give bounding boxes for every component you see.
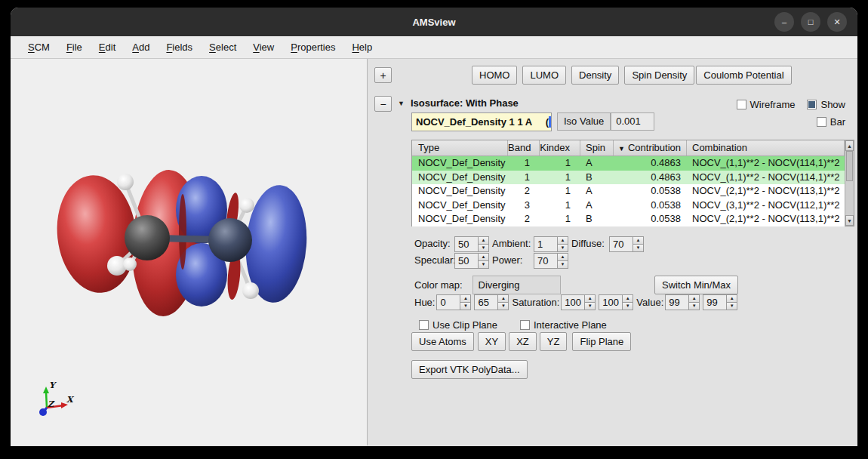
maximize-icon[interactable]: □	[801, 12, 820, 32]
clip-button-use-atoms[interactable]: Use Atoms	[411, 332, 474, 351]
remove-isosurface-button[interactable]: −	[374, 96, 392, 112]
table-row[interactable]: NOCV_Def_Density21B0.0538NOCV_(2,1)**2 -…	[412, 212, 845, 226]
clip-button-flip-plane[interactable]: Flip Plane	[572, 332, 631, 351]
spinbox[interactable]: 50▲▼	[454, 253, 489, 269]
clip-button-xz[interactable]: XZ	[509, 332, 537, 351]
bar-label: Bar	[830, 116, 845, 128]
spin-down-icon[interactable]: ▼	[623, 303, 633, 310]
spinbox[interactable]: 99▲▼	[703, 294, 737, 310]
clip-button-yz[interactable]: YZ	[540, 332, 568, 351]
scroll-down-icon[interactable]: ▼	[845, 215, 854, 226]
spin-down-icon[interactable]: ▼	[585, 303, 595, 310]
isovalue-label: Iso Value	[557, 112, 611, 131]
spinbox[interactable]: 0▲▼	[436, 294, 471, 310]
spin-down-icon[interactable]: ▼	[727, 303, 737, 310]
app-window: AMSview – □ ✕ SCMFileEditAddFieldsSelect…	[11, 8, 857, 446]
table-row[interactable]: NOCV_Def_Density11A0.4863NOCV_(1,1)**2 -…	[412, 156, 845, 171]
axis-y-label: Y	[49, 380, 57, 390]
spinbox[interactable]: 100▲▼	[561, 294, 596, 310]
spin-down-icon[interactable]: ▼	[633, 245, 643, 251]
spinbox[interactable]: 50▲▼	[454, 236, 489, 252]
spin-down-icon[interactable]: ▼	[558, 261, 568, 268]
bar-checkbox[interactable]	[817, 117, 826, 127]
menu-select[interactable]: Select	[202, 39, 243, 55]
spin-up-icon[interactable]: ▲	[498, 295, 508, 303]
table-row[interactable]: NOCV_Def_Density21A0.0538NOCV_(2,1)**2 -…	[412, 184, 845, 199]
shading-control: Specular:	[414, 254, 456, 266]
isosurface-section-title: Isosurface: With Phase	[411, 97, 519, 109]
isovalue-input[interactable]: 0.001	[611, 112, 654, 131]
collapse-arrow-icon[interactable]: ▼	[398, 100, 405, 107]
spin-up-icon[interactable]: ▲	[460, 295, 470, 303]
column-header-type[interactable]: Type	[412, 140, 508, 156]
menu-file[interactable]: File	[60, 39, 89, 55]
hsv-row: Hue:0▲▼65▲▼Saturation:100▲▼100▲▼Value:99…	[414, 294, 740, 310]
hsv-label: Saturation:	[512, 297, 559, 308]
field-combobox[interactable]: NOCV_Def_Density 1 1 A (	[411, 112, 552, 131]
menu-scm[interactable]: SCM	[21, 39, 57, 55]
field-button-lumo[interactable]: LUMO	[522, 66, 566, 85]
spin-up-icon[interactable]: ▲	[585, 295, 595, 303]
close-icon[interactable]: ✕	[827, 12, 847, 32]
use-clip-plane-checkbox[interactable]	[419, 320, 429, 330]
column-header-combination[interactable]: Combination	[687, 140, 845, 156]
spin-down-icon[interactable]: ▼	[498, 303, 508, 310]
spin-up-icon[interactable]: ▲	[479, 237, 488, 245]
spin-up-icon[interactable]: ▲	[558, 237, 568, 245]
show-checkbox[interactable]	[807, 100, 817, 109]
spin-up-icon[interactable]: ▲	[558, 254, 568, 261]
spinbox[interactable]: 70▲▼	[534, 253, 568, 269]
spin-down-icon[interactable]: ▼	[479, 261, 488, 268]
spin-up-icon[interactable]: ▲	[727, 295, 737, 303]
menu-add[interactable]: Add	[125, 39, 156, 55]
colormap-label: Color map:	[414, 279, 463, 291]
minimize-icon[interactable]: –	[774, 12, 794, 32]
menu-properties[interactable]: Properties	[284, 39, 342, 55]
axis-z-label: Z	[48, 399, 55, 409]
column-header-kindex[interactable]: Kindex	[540, 140, 580, 156]
column-header-spin[interactable]: Spin	[580, 140, 614, 156]
menu-fields[interactable]: Fields	[159, 39, 199, 55]
spin-up-icon[interactable]: ▲	[623, 295, 633, 303]
field-button-density[interactable]: Density	[571, 66, 619, 85]
add-isosurface-button[interactable]: +	[374, 67, 392, 83]
control-panel: + HOMOLUMODensitySpin DensityCoulomb Pot…	[368, 59, 857, 445]
field-button-homo[interactable]: HOMO	[472, 66, 517, 85]
spin-down-icon[interactable]: ▼	[460, 303, 470, 310]
spin-up-icon[interactable]: ▲	[689, 295, 699, 303]
scroll-up-icon[interactable]: ▲	[845, 140, 854, 151]
spinbox[interactable]: 99▲▼	[665, 294, 700, 310]
interactive-plane-checkbox[interactable]	[520, 320, 530, 330]
wireframe-checkbox[interactable]	[737, 100, 746, 109]
menu-help[interactable]: Help	[345, 39, 379, 55]
field-button-coulomb-potential[interactable]: Coulomb Potential	[696, 66, 791, 85]
table-scrollbar[interactable]: ▲ ▼	[845, 140, 854, 226]
colormap-combobox[interactable]: Diverging	[472, 276, 561, 294]
show-label: Show	[820, 99, 845, 110]
scrollbar-thumb[interactable]	[846, 151, 853, 181]
spin-down-icon[interactable]: ▼	[689, 303, 699, 310]
3d-viewport[interactable]: Y X Z	[11, 59, 368, 445]
export-vtk-button[interactable]: Export VTK PolyData...	[411, 360, 528, 379]
table-row[interactable]: NOCV_Def_Density31A0.0538NOCV_(3,1)**2 -…	[412, 199, 845, 213]
menu-edit[interactable]: Edit	[92, 39, 122, 55]
spinbox[interactable]: 100▲▼	[599, 294, 633, 310]
shading-control: Opacity:	[414, 238, 451, 249]
clip-button-xy[interactable]: XY	[478, 332, 506, 351]
spinbox[interactable]: 1▲▼	[534, 236, 568, 252]
interactive-plane-label: Interactive Plane	[534, 319, 607, 331]
column-header-band[interactable]: Band	[508, 140, 540, 156]
menu-view[interactable]: View	[246, 39, 281, 55]
spin-up-icon[interactable]: ▲	[633, 237, 643, 245]
switch-minmax-button[interactable]: Switch Min/Max	[654, 276, 738, 294]
spinbox[interactable]: 65▲▼	[474, 294, 509, 310]
table-row[interactable]: NOCV_Def_Density11B0.4863NOCV_(1,1)**2 -…	[412, 171, 845, 185]
spin-up-icon[interactable]: ▲	[479, 254, 488, 261]
field-button-spin-density[interactable]: Spin Density	[624, 66, 694, 85]
hsv-label: Hue:	[414, 297, 435, 308]
spin-down-icon[interactable]: ▼	[479, 245, 488, 251]
column-header-contribution[interactable]: ▼Contribution	[614, 140, 687, 156]
table-header: TypeBandKindexSpin▼ContributionCombinati…	[412, 140, 845, 156]
spinbox[interactable]: 70▲▼	[609, 236, 644, 252]
spin-down-icon[interactable]: ▼	[558, 245, 568, 251]
